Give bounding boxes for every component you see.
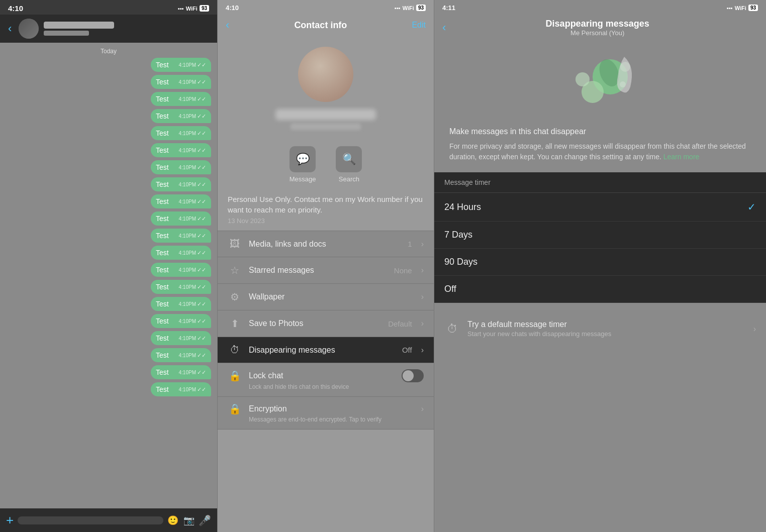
media-chevron: › — [421, 240, 424, 249]
disappearing-panel: 4:11 ▪▪▪ WiFi 93 ‹ Disappearing messages… — [434, 0, 766, 532]
default-timer-section: ⏱ Try a default message timer Start your… — [434, 303, 766, 532]
encryption-icon: 🔒 — [228, 403, 242, 415]
message-text: Test — [156, 368, 169, 376]
disapp-header: ‹ Disappearing messages Me Personal (You… — [434, 14, 766, 42]
message-text: Test — [156, 334, 169, 342]
timer-option-7d[interactable]: 7 Days — [434, 222, 766, 249]
back-button[interactable]: ‹ — [6, 22, 14, 35]
contact-panel: 4:10 ▪▪▪ WiFi 93 ‹ Contact info Edit 💬 M… — [217, 0, 434, 532]
contact-header: ‹ Contact info Edit — [218, 14, 434, 37]
lock-subtext: Lock and hide this chat on this device — [249, 383, 424, 390]
illustration-area — [434, 42, 766, 122]
message-text: Test — [156, 317, 169, 325]
default-timer-item[interactable]: ⏱ Try a default message timer Start your… — [434, 313, 766, 345]
avatar — [19, 19, 39, 39]
timer-option-24h[interactable]: 24 Hours ✓ — [434, 193, 766, 222]
lock-text: Lock chat — [249, 371, 395, 380]
camera-icon[interactable]: 📷 — [183, 515, 195, 526]
message-bubble: Test 4:10PM ✓✓ — [151, 365, 211, 379]
message-bubble: Test 4:10PM ✓✓ — [151, 143, 211, 157]
save-photos-item[interactable]: ⬆ Save to Photos Default › — [218, 310, 434, 337]
wallpaper-text: Wallpaper — [249, 292, 405, 301]
bio-date: 13 Nov 2023 — [228, 217, 424, 225]
timer-option-90d[interactable]: 90 Days — [434, 249, 766, 276]
message-time: 4:10PM ✓✓ — [179, 216, 206, 222]
message-time: 4:10PM ✓✓ — [179, 335, 206, 342]
message-bubble: Test 4:10PM ✓✓ — [151, 194, 211, 208]
timer-header: Message timer — [434, 172, 766, 193]
tick-icon: ✓✓ — [197, 62, 206, 68]
media-text: Media, links and docs — [249, 240, 401, 249]
message-bubble: Test 4:10PM ✓✓ — [151, 331, 211, 345]
chat-name-block — [44, 22, 211, 36]
disappearing-messages-item[interactable]: ⏱ Disappearing messages Off › — [218, 337, 434, 363]
message-bubble: Test 4:10PM ✓✓ — [151, 177, 211, 191]
description-area: Make messages in this chat disappear For… — [434, 122, 766, 172]
message-text: Test — [156, 232, 169, 240]
message-input[interactable] — [18, 516, 163, 524]
timer-check-24h: ✓ — [747, 201, 756, 213]
message-text: Test — [156, 283, 169, 291]
tick-icon: ✓✓ — [197, 335, 206, 342]
tick-icon: ✓✓ — [197, 233, 206, 239]
learn-more-link[interactable]: Learn more — [663, 153, 700, 161]
tick-icon: ✓✓ — [197, 301, 206, 307]
message-bubble: Test 4:10PM ✓✓ — [151, 160, 211, 174]
message-text: Test — [156, 95, 169, 103]
starred-value: None — [394, 266, 412, 275]
disappearing-illustration — [565, 52, 635, 112]
chat-status-icons: ▪▪▪ WiFi 93 — [178, 5, 209, 12]
contact-status-icons: ▪▪▪ WiFi 93 — [395, 5, 426, 11]
timer-label-off: Off — [444, 284, 756, 294]
message-text: Test — [156, 129, 169, 137]
tick-icon: ✓✓ — [197, 216, 206, 222]
message-time: 4:10PM ✓✓ — [179, 198, 206, 205]
message-time: 4:10PM ✓✓ — [179, 301, 206, 307]
contact-status-bar: 4:10 ▪▪▪ WiFi 93 — [218, 0, 434, 14]
save-chevron: › — [421, 319, 424, 328]
timer-option-off[interactable]: Off — [434, 276, 766, 303]
starred-messages-item[interactable]: ☆ Starred messages None › — [218, 257, 434, 284]
media-links-docs-item[interactable]: 🖼 Media, links and docs 1 › — [218, 231, 434, 257]
message-bubble: Test 4:10PM ✓✓ — [151, 297, 211, 311]
lock-toggle[interactable] — [402, 369, 424, 382]
battery-badge: 93 — [748, 5, 758, 11]
chat-status-bar: 4:10 ▪▪▪ WiFi 93 — [0, 0, 217, 15]
chat-input-bar: + 🙂 📷 🎤 — [0, 508, 217, 532]
sticker-icon[interactable]: 🙂 — [167, 515, 178, 526]
message-time: 4:10PM ✓✓ — [179, 233, 206, 239]
wallpaper-item[interactable]: ⚙ Wallpaper › — [218, 284, 434, 310]
message-text: Test — [156, 61, 169, 69]
mic-button[interactable]: 🎤 — [199, 514, 211, 526]
contact-avatar-area — [218, 37, 434, 138]
contact-edit-button[interactable]: Edit — [412, 21, 426, 30]
message-action-button[interactable]: 💬 Message — [290, 146, 316, 183]
message-text: Test — [156, 249, 169, 257]
chat-header: ‹ — [0, 15, 217, 43]
contact-back-button[interactable]: ‹ — [226, 19, 229, 32]
lock-icon: 🔒 — [228, 370, 242, 382]
svg-point-2 — [576, 72, 590, 86]
tick-icon: ✓✓ — [197, 267, 206, 273]
messages-area: Test 4:10PM ✓✓ Test 4:10PM ✓✓ Test 4:10P… — [0, 58, 217, 508]
tick-icon: ✓✓ — [197, 79, 206, 85]
add-button[interactable]: + — [6, 512, 14, 528]
lock-chat-item: 🔒 Lock chat Lock and hide this chat on t… — [218, 363, 434, 397]
toggle-knob — [403, 370, 414, 381]
disappearing-text: Disappearing messages — [249, 346, 395, 355]
tick-icon: ✓✓ — [197, 147, 206, 154]
default-timer-sub-text: Start your new chats with disappearing m… — [467, 330, 746, 338]
disapp-title-block: Disappearing messages Me Personal (You) — [452, 19, 743, 37]
message-time: 4:10PM ✓✓ — [179, 96, 206, 102]
encryption-item[interactable]: 🔒 Encryption › Messages are end-to-end e… — [218, 397, 434, 430]
disapp-status-icons: ▪▪▪ WiFi 93 — [727, 5, 758, 11]
message-time: 4:10PM ✓✓ — [179, 181, 206, 188]
default-timer-main-text: Try a default message timer — [467, 320, 746, 329]
battery-badge: 93 — [200, 5, 209, 12]
message-bubble: Test 4:10PM ✓✓ — [151, 263, 211, 277]
media-value: 1 — [408, 240, 412, 248]
encryption-subtext: Messages are end-to-end encrypted. Tap t… — [249, 416, 424, 423]
disappearing-value: Off — [402, 346, 412, 354]
disapp-back-button[interactable]: ‹ — [442, 21, 446, 34]
search-action-button[interactable]: 🔍 Search — [336, 146, 362, 183]
